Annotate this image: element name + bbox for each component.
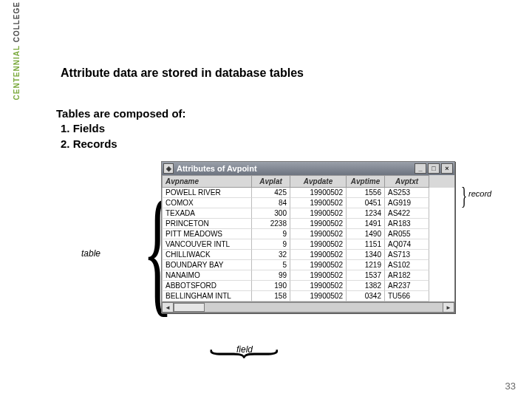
- page-number: 33: [505, 381, 516, 392]
- cell-name: BOUNDARY BAY: [162, 260, 252, 270]
- window-titlebar[interactable]: ◈ Attributes of Avpoint _ □ ×: [162, 162, 454, 175]
- cell-lat: 300: [252, 208, 290, 219]
- scroll-right-button[interactable]: ►: [443, 302, 454, 313]
- scroll-left-button[interactable]: ◄: [162, 302, 174, 313]
- table-row[interactable]: NANAIMO99199005021537AR182: [162, 270, 454, 281]
- cell-name: PRINCETON: [162, 219, 252, 229]
- cell-time: 1537: [347, 270, 385, 281]
- slide-content: Attribute data are stored in database ta…: [56, 66, 510, 151]
- cell-lat: 9: [252, 239, 290, 250]
- scroll-track[interactable]: [174, 302, 443, 313]
- cell-time: 1491: [347, 219, 385, 229]
- cell-date: 19900502: [290, 198, 347, 208]
- app-icon: ◈: [163, 163, 174, 174]
- cell-txt: AR237: [385, 281, 429, 291]
- slide-heading: Attribute data are stored in database ta…: [61, 66, 510, 80]
- logo-word-top: COLLEGE: [13, 1, 21, 42]
- scroll-thumb[interactable]: [174, 303, 205, 312]
- cell-txt: AS422: [385, 208, 429, 219]
- cell-time: 1234: [347, 208, 385, 219]
- col-avplat[interactable]: Avplat: [252, 175, 290, 188]
- cell-lat: 9: [252, 229, 290, 239]
- minimize-button[interactable]: _: [415, 163, 426, 174]
- cell-date: 19900502: [290, 281, 347, 291]
- cell-date: 19900502: [290, 208, 347, 219]
- bullet-records: 2. Records: [61, 137, 510, 151]
- cell-date: 19900502: [290, 260, 347, 270]
- table-row[interactable]: POWELL RIVER425199005021556AS253: [162, 188, 454, 198]
- cell-time: 1340: [347, 250, 385, 260]
- table-row[interactable]: BOUNDARY BAY5199005021219AS102: [162, 260, 454, 270]
- cell-name: COMOX: [162, 198, 252, 208]
- cell-name: TEXADA: [162, 208, 252, 219]
- cell-time: 0342: [347, 291, 385, 301]
- bullet-fields: 1. Fields: [61, 121, 510, 136]
- table-row[interactable]: VANCOUVER INTL9199005021151AQ074: [162, 239, 454, 250]
- cell-time: 1219: [347, 260, 385, 270]
- cell-txt: AR183: [385, 219, 429, 229]
- cell-time: 1556: [347, 188, 385, 198]
- data-grid: Avpname Avplat Avpdate Avptime Avptxt PO…: [162, 175, 454, 301]
- table-row[interactable]: ABBOTSFORD190199005021382AR237: [162, 281, 454, 291]
- cell-txt: AR182: [385, 270, 429, 281]
- table-row[interactable]: CHILLIWACK32199005021340AS713: [162, 250, 454, 260]
- cell-name: CHILLIWACK: [162, 250, 252, 260]
- cell-txt: AQ074: [385, 239, 429, 250]
- cell-txt: TU566: [385, 291, 429, 301]
- cell-txt: AR055: [385, 229, 429, 239]
- cell-date: 19900502: [290, 291, 347, 301]
- brace-record: }: [461, 182, 467, 210]
- cell-txt: AS253: [385, 188, 429, 198]
- cell-name: PITT MEADOWS: [162, 229, 252, 239]
- label-record: record: [468, 189, 491, 198]
- cell-name: POWELL RIVER: [162, 188, 252, 198]
- cell-date: 19900502: [290, 229, 347, 239]
- logo-word-bottom: CENTENNIAL: [13, 45, 21, 100]
- close-button[interactable]: ×: [441, 163, 453, 174]
- col-avpname[interactable]: Avpname: [162, 175, 252, 188]
- cell-time: 0451: [347, 198, 385, 208]
- attributes-window: ◈ Attributes of Avpoint _ □ × Avpname Av…: [161, 161, 455, 313]
- cell-lat: 158: [252, 291, 290, 301]
- cell-name: ABBOTSFORD: [162, 281, 252, 291]
- col-avpdate[interactable]: Avpdate: [290, 175, 347, 188]
- cell-date: 19900502: [290, 188, 347, 198]
- intro-line: Tables are composed of:: [56, 106, 510, 121]
- cell-lat: 2238: [252, 219, 290, 229]
- cell-name: NANAIMO: [162, 270, 252, 281]
- table-row[interactable]: PITT MEADOWS9199005021490AR055: [162, 229, 454, 239]
- cell-txt: AG919: [385, 198, 429, 208]
- cell-date: 19900502: [290, 219, 347, 229]
- horizontal-scrollbar[interactable]: ◄ ►: [162, 301, 454, 313]
- cell-time: 1490: [347, 229, 385, 239]
- cell-lat: 84: [252, 198, 290, 208]
- cell-lat: 5: [252, 260, 290, 270]
- cell-time: 1382: [347, 281, 385, 291]
- slide-body: Tables are composed of: 1. Fields 2. Rec…: [56, 106, 510, 151]
- label-table: table: [81, 248, 100, 259]
- attribute-table-figure: table { field { } record ◈ Attributes of…: [81, 161, 495, 353]
- col-avptime[interactable]: Avptime: [347, 175, 385, 188]
- cell-date: 19900502: [290, 239, 347, 250]
- table-row[interactable]: BELLINGHAM INTL158199005020342TU566: [162, 291, 454, 301]
- cell-date: 19900502: [290, 250, 347, 260]
- maximize-button[interactable]: □: [428, 163, 440, 174]
- cell-name: VANCOUVER INTL: [162, 239, 252, 250]
- cell-lat: 190: [252, 281, 290, 291]
- table-row[interactable]: COMOX84199005020451AG919: [162, 198, 454, 208]
- cell-name: BELLINGHAM INTL: [162, 291, 252, 301]
- brace-field: {: [199, 347, 280, 361]
- cell-lat: 32: [252, 250, 290, 260]
- cell-date: 19900502: [290, 270, 347, 281]
- col-avptxt[interactable]: Avptxt: [385, 175, 429, 188]
- cell-lat: 425: [252, 188, 290, 198]
- cell-txt: AS102: [385, 260, 429, 270]
- grid-header: Avpname Avplat Avpdate Avptime Avptxt: [162, 175, 454, 188]
- cell-time: 1151: [347, 239, 385, 250]
- window-title: Attributes of Avpoint: [177, 164, 257, 173]
- table-row[interactable]: PRINCETON2238199005021491AR183: [162, 219, 454, 229]
- table-row[interactable]: TEXADA300199005021234AS422: [162, 208, 454, 219]
- cell-lat: 99: [252, 270, 290, 281]
- cell-txt: AS713: [385, 250, 429, 260]
- college-logo: COLLEGE CENTENNIAL: [6, 1, 27, 90]
